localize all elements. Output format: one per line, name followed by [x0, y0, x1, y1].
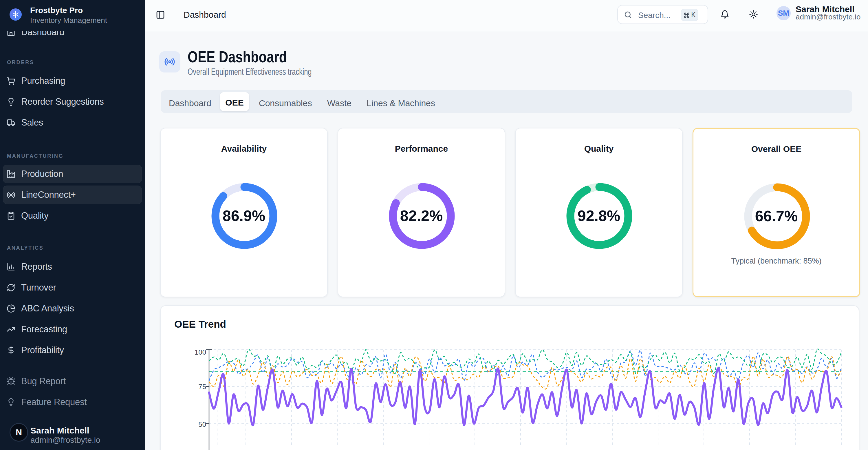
svg-text:100: 100: [194, 348, 206, 356]
svg-text:50: 50: [198, 420, 206, 428]
svg-text:75: 75: [198, 383, 206, 391]
